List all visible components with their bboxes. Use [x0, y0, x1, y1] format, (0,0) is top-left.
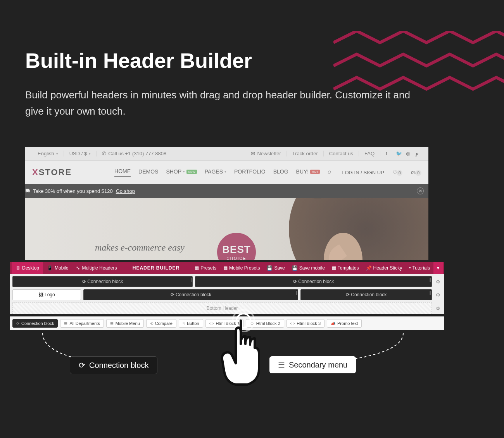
- currency-selector[interactable]: USD / $▾: [64, 151, 97, 156]
- chip-connection-block[interactable]: ⟳Connection block: [12, 319, 58, 328]
- sync-icon: ⟳: [16, 321, 19, 326]
- tutorials-button[interactable]: •Tutorials: [406, 265, 433, 271]
- faq-link[interactable]: FAQ: [359, 151, 380, 156]
- hero-tagline: makes e-commerce easy: [95, 242, 185, 253]
- grid-icon: ▦: [223, 265, 228, 271]
- sync-icon: ⟳: [346, 292, 350, 297]
- chip-promo-text[interactable]: 📣Promo text: [327, 319, 362, 328]
- close-icon[interactable]: ✕: [417, 187, 424, 194]
- newsletter-link[interactable]: ✉Newsletter: [245, 151, 287, 156]
- connection-block-top-left[interactable]: ⟳ Connection block||: [12, 276, 193, 287]
- menu-icon: ☰: [110, 321, 114, 326]
- svg-point-3: [236, 314, 250, 328]
- menu-icon: ☰: [278, 360, 285, 369]
- pin-icon: 📌: [366, 265, 372, 271]
- save-icon: 💾: [292, 265, 298, 271]
- facebook-icon[interactable]: f: [386, 151, 391, 157]
- page-subtitle: Build powerful headers in minutes with d…: [25, 87, 421, 119]
- promo-link[interactable]: Go shop: [116, 188, 135, 194]
- logo-block[interactable]: 🖼 Logo: [12, 289, 81, 300]
- connection-block-mid-center[interactable]: ⟳ Connection block||: [83, 289, 298, 300]
- promo-text: Take 30% off when you spend $120: [33, 188, 113, 194]
- row-settings-icon[interactable]: ⚙: [434, 289, 442, 300]
- secondary-menu-pill[interactable]: ☰ Secondary menu: [269, 356, 356, 373]
- mobile-icon: 📱: [47, 265, 53, 271]
- templates-button[interactable]: ▦Templates: [328, 265, 362, 271]
- image-icon: 🖼: [39, 292, 43, 297]
- connection-block-mid-right[interactable]: ⟳ Connection block||: [300, 289, 432, 300]
- search-icon[interactable]: ⌕: [328, 168, 331, 177]
- save-mobile-button[interactable]: 💾Save mobile: [288, 265, 328, 271]
- connection-block-top-right[interactable]: ⟳ Connection block||: [195, 276, 432, 287]
- hand-cursor-icon: [214, 309, 273, 394]
- grid-icon: ▦: [332, 265, 336, 271]
- row-settings-icon[interactable]: ⚙: [434, 302, 442, 314]
- nav-blog[interactable]: BLOG: [273, 168, 288, 177]
- nav-demos[interactable]: DEMOS: [138, 168, 158, 177]
- save-button[interactable]: 💾Save: [263, 265, 288, 271]
- split-icon: ⤡: [76, 265, 80, 271]
- builder-title: HEADER BUILDER: [121, 265, 191, 271]
- mobile-presets-button[interactable]: ▦Mobile Presets: [220, 265, 263, 271]
- list-icon: ☰: [64, 321, 67, 326]
- mail-icon: ✉: [251, 151, 255, 156]
- instagram-icon[interactable]: ◎: [406, 151, 411, 157]
- twitter-icon[interactable]: 🐦: [396, 151, 401, 157]
- pinterest-icon[interactable]: 𝒑: [416, 151, 421, 157]
- sync-icon: ⟳: [293, 279, 297, 284]
- nav-buy[interactable]: BUY!HOT: [296, 168, 320, 177]
- code-icon: <>: [209, 321, 214, 326]
- page-title: Built-in Header Builder: [25, 48, 252, 72]
- presets-button[interactable]: ▦Presets: [191, 265, 220, 271]
- builder-toolbar: 🖥Desktop 📱Mobile ⤡Multiple Headers HEADE…: [10, 262, 444, 274]
- hero-banner: makes e-commerce easy BEST CHOICE: [25, 198, 428, 260]
- save-icon: 💾: [267, 265, 273, 271]
- nav-home[interactable]: HOME: [114, 168, 131, 177]
- call-us[interactable]: ✆ Call us +1 (310) 777 8808: [97, 151, 172, 156]
- wishlist-icon[interactable]: ♡0: [393, 170, 403, 175]
- chip-mobile-menu[interactable]: ☰Mobile Menu: [106, 319, 144, 328]
- desktop-icon: 🖥: [16, 265, 20, 271]
- main-nav: HOME DEMOS SHOP▾NEW PAGES▾ PORTFOLIO BLO…: [114, 168, 331, 177]
- tab-mobile[interactable]: 📱Mobile: [43, 262, 72, 274]
- contact-link[interactable]: Contact us: [324, 151, 359, 156]
- collapse-icon[interactable]: ▾: [433, 262, 443, 274]
- header-preview: English▾ USD / $▾ ✆ Call us +1 (310) 777…: [25, 147, 428, 260]
- promo-bar: ⛟ Take 30% off when you spend $120 Go sh…: [25, 184, 428, 198]
- best-choice-badge: BEST CHOICE: [217, 233, 256, 260]
- grid-icon: ▦: [195, 265, 199, 271]
- tab-desktop[interactable]: 🖥Desktop: [12, 262, 43, 274]
- sync-icon: ⟳: [82, 279, 86, 284]
- top-bar: English▾ USD / $▾ ✆ Call us +1 (310) 777…: [25, 147, 428, 161]
- chip-button[interactable]: ☟Button: [179, 319, 203, 328]
- compare-icon: ⟲: [150, 321, 153, 326]
- nav-portfolio[interactable]: PORTFOLIO: [234, 168, 266, 177]
- track-order-link[interactable]: Track order: [287, 151, 324, 156]
- tab-multiple-headers[interactable]: ⤡Multiple Headers: [72, 262, 121, 274]
- header-sticky-button[interactable]: 📌Header Sticky: [362, 265, 406, 271]
- main-header: XSTORE HOME DEMOS SHOP▾NEW PAGES▾ PORTFO…: [25, 161, 428, 184]
- nav-pages[interactable]: PAGES▾: [205, 168, 226, 177]
- chip-all-departments[interactable]: ☰All Departments: [60, 319, 104, 328]
- megaphone-icon: 📣: [331, 321, 335, 326]
- language-selector[interactable]: English▾: [32, 151, 64, 156]
- chip-html-block-3[interactable]: <>Html Block 3: [287, 319, 324, 328]
- connection-block-pill[interactable]: ⟳ Connection block: [70, 356, 157, 374]
- pointer-icon: ☟: [183, 321, 185, 326]
- model-image: [285, 198, 428, 260]
- code-icon: <>: [290, 321, 295, 326]
- chip-compare[interactable]: ⟲Compare: [146, 319, 176, 328]
- login-link[interactable]: LOG IN / SIGN UP: [342, 170, 384, 175]
- sync-icon: ⟳: [171, 292, 174, 297]
- phone-icon: ✆: [102, 151, 106, 156]
- sync-icon: ⟳: [79, 361, 85, 370]
- nav-shop[interactable]: SHOP▾NEW: [166, 168, 197, 177]
- site-logo[interactable]: XSTORE: [32, 167, 72, 177]
- row-settings-icon[interactable]: ⚙: [434, 276, 442, 287]
- truck-icon: ⛟: [25, 188, 30, 194]
- cart-icon[interactable]: 🛍0: [411, 170, 421, 175]
